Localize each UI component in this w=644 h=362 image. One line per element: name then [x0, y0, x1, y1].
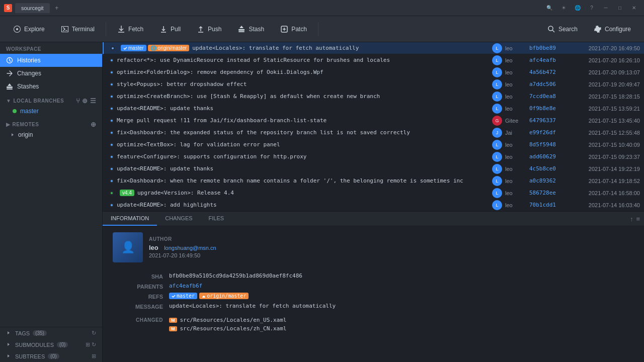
pull-button[interactable]: Pull: [152, 22, 188, 36]
subtrees-icon[interactable]: ⊞: [92, 353, 96, 359]
submodules-refresh-icon[interactable]: ↻: [92, 341, 96, 348]
toolbar-separator-2: [318, 22, 318, 36]
commit-avatar-12: L: [492, 176, 502, 186]
sort-asc-icon[interactable]: ↑: [630, 215, 633, 223]
commit-row-5[interactable]: optimize<CreateBranch>: use [Stash & Rea…: [103, 90, 644, 103]
changed-file-path-2[interactable]: src/Resources/Locales/zh_CN.xaml: [180, 325, 287, 332]
tab-information[interactable]: INFORMATION: [103, 212, 157, 226]
configure-button[interactable]: Configure: [587, 22, 638, 36]
commit-row-13[interactable]: v4.4upgrade<Version>: Release 4.4Lleo586…: [103, 187, 644, 199]
commit-avatar-10: L: [492, 152, 502, 162]
tags-actions: ↻: [92, 330, 96, 336]
commit-row-2[interactable]: refactor<*>: use DynamicResource instead…: [103, 54, 644, 66]
sidebar-item-stashes[interactable]: Stashes: [0, 80, 102, 93]
sidebar-item-histories[interactable]: Histories: [0, 54, 102, 67]
tags-expand-icon: [6, 330, 12, 336]
app-tab[interactable]: sourcegit: [15, 3, 50, 13]
submodules-expand-icon: [6, 342, 12, 348]
globe-icon[interactable]: 🌐: [572, 2, 584, 14]
graph-col-3: [107, 70, 117, 74]
commit-hash-3: 4a56b472: [529, 69, 566, 75]
histories-icon: [6, 57, 13, 64]
commit-row-10[interactable]: feature<Configure>: supports configurati…: [103, 151, 644, 163]
close-button[interactable]: ✕: [628, 2, 640, 14]
stash-button[interactable]: Stash: [230, 22, 271, 36]
brightness-icon[interactable]: ☀: [557, 2, 570, 14]
message-value: update<Locales>: translate for fetch aut…: [169, 303, 634, 310]
remotes-header: ▶ REMOTES ⊕: [0, 117, 102, 129]
branch-new-icon[interactable]: ⊕: [82, 97, 88, 105]
svg-rect-6: [7, 88, 13, 89]
changed-file-path-1[interactable]: src/Resources/Locales/en_US.xaml: [180, 317, 287, 323]
minimize-button[interactable]: ─: [600, 2, 612, 14]
remotes-toggle[interactable]: ▶: [6, 122, 11, 127]
graph-col-4: [107, 82, 117, 86]
sha-value: bfb0be89a5105cd9da4259b1ad869d0aef8fc486: [169, 273, 634, 280]
branch-filter-icon[interactable]: ☰: [90, 97, 97, 105]
commit-author-9: leo: [505, 142, 529, 148]
refs-container: master origin/master: [169, 293, 634, 299]
local-branches-label: LOCAL BRANCHES: [13, 98, 64, 104]
explore-button[interactable]: Explore: [6, 22, 52, 36]
commit-row-1[interactable]: master🌐 origin/masterupdate<Locales>: tr…: [103, 42, 644, 54]
commit-date-14: 2021-07-14 16:03:40: [566, 202, 640, 208]
new-tab-button[interactable]: +: [52, 3, 62, 13]
submodules-item[interactable]: SUBMODULES (0) ⊞ ↻: [0, 339, 102, 350]
commit-hash-4: a7ddc506: [529, 81, 566, 87]
commit-avatar-8: J: [492, 128, 502, 138]
local-branches-toggle[interactable]: ▼: [6, 98, 11, 104]
parents-value[interactable]: afc4eafb6f: [169, 283, 634, 290]
commit-date-4: 2021-07-19 20:49:47: [566, 81, 640, 87]
fetch-icon: [117, 25, 125, 33]
commit-row-11[interactable]: update<README>: update thanksLleo4c5b8ce…: [103, 163, 644, 175]
search-button[interactable]: Search: [540, 22, 585, 36]
submodules-icon[interactable]: ⊞: [86, 341, 90, 348]
remote-origin[interactable]: origin: [0, 129, 102, 140]
commit-avatar-4: L: [492, 79, 502, 89]
tags-refresh-icon[interactable]: ↻: [92, 330, 96, 336]
commit-row-9[interactable]: optimize<TextBox>: lag for validation er…: [103, 139, 644, 151]
search-global-icon[interactable]: 🔍: [543, 2, 555, 14]
commit-row-3[interactable]: optimize<FolderDialog>: remove dependenc…: [103, 66, 644, 78]
tags-item[interactable]: TAGS (35) ↻: [0, 327, 102, 339]
fetch-button[interactable]: Fetch: [110, 22, 150, 36]
branch-merge-icon[interactable]: ⑂: [76, 97, 80, 105]
terminal-button[interactable]: Terminal: [54, 22, 102, 36]
push-button[interactable]: Push: [190, 22, 228, 36]
branch-master[interactable]: master: [0, 106, 102, 117]
maximize-button[interactable]: □: [614, 2, 626, 14]
commit-date-3: 2021-07-20 09:13:07: [566, 69, 640, 75]
patch-button[interactable]: Patch: [273, 22, 314, 36]
commit-row-6[interactable]: update<README>: update thanksLleo0f9b8e8…: [103, 103, 644, 115]
commit-row-4[interactable]: style<Popups>: better dropshadow effectL…: [103, 78, 644, 90]
commit-avatar-9: L: [492, 140, 502, 150]
commit-row-8[interactable]: fix<Dashboard>: the expanded status of t…: [103, 127, 644, 139]
help-icon[interactable]: ?: [586, 2, 598, 14]
meta-grid: SHA bfb0be89a5105cd9da4259b1ad869d0aef8f…: [113, 273, 634, 310]
ref-master-check-icon: [172, 294, 176, 298]
subtrees-actions: ⊞: [92, 353, 96, 359]
remotes-add-icon[interactable]: ⊕: [91, 121, 97, 128]
commit-row-7[interactable]: Merge pull request !11 from Jai/fix/dash…: [103, 115, 644, 127]
subtrees-item[interactable]: SUBTREES (0) ⊞: [0, 350, 102, 362]
commit-author-8: Jai: [505, 130, 529, 136]
detail-panel: INFORMATION CHANGES FILES ↑ ≡ 👤 AUTHOR l…: [103, 211, 644, 362]
commit-row-12[interactable]: fix<Dashboard>: when the remote branch n…: [103, 175, 644, 187]
sidebar-item-changes[interactable]: Changes: [0, 67, 102, 80]
commit-date-9: 2021-07-15 10:40:09: [566, 142, 640, 148]
commit-dot-14: [110, 203, 114, 207]
tab-files[interactable]: FILES: [201, 212, 232, 226]
tab-changes[interactable]: CHANGES: [157, 212, 200, 226]
svg-point-3: [548, 26, 553, 31]
commit-msg-9: optimize<TextBox>: lag for validation er…: [117, 141, 489, 148]
commit-badges-1: master🌐 origin/master: [121, 45, 189, 51]
stash-icon: [237, 25, 246, 33]
pull-label: Pull: [171, 26, 181, 33]
commit-msg-12: fix<Dashboard>: when the remote branch n…: [117, 177, 489, 184]
commit-author-7: Gitee: [505, 118, 529, 124]
graph-col-11: [107, 167, 117, 171]
sort-desc-icon[interactable]: ≡: [636, 215, 640, 223]
toolbar-right: Search Configure: [540, 22, 638, 36]
parents-label: PARENTS: [113, 283, 163, 290]
commit-row-14[interactable]: update<README>: add highlightsLleo70b1cd…: [103, 199, 644, 211]
